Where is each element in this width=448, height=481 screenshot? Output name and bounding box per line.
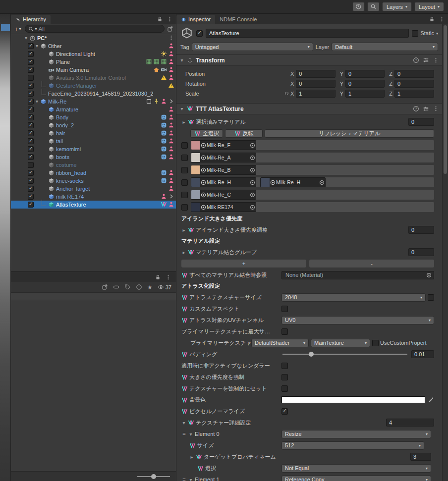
- lock-icon[interactable]: [429, 16, 435, 22]
- checkbox[interactable]: [281, 385, 288, 392]
- number-field[interactable]: 0: [408, 118, 434, 126]
- checkbox[interactable]: [281, 374, 288, 380]
- object-picker-icon[interactable]: [426, 272, 432, 278]
- static-dropdown[interactable]: Static ▾: [412, 30, 438, 37]
- hierarchy-row[interactable]: AtlasTexture: [11, 201, 176, 209]
- zoom-slider-knob[interactable]: [151, 474, 156, 479]
- favorites-icon[interactable]: ★: [147, 284, 153, 290]
- hierarchy-row[interactable]: costume: [11, 161, 176, 169]
- dropdown[interactable]: DefaultShader▾: [251, 339, 309, 347]
- hierarchy-row[interactable]: hair: [11, 129, 176, 137]
- checkbox[interactable]: [281, 306, 288, 312]
- help-icon[interactable]: ?: [413, 57, 419, 63]
- ttt-component-header[interactable]: ▾ TTT AtlasTexture ?: [176, 104, 442, 114]
- label-icon[interactable]: [124, 284, 131, 290]
- lock-icon[interactable]: [157, 16, 163, 22]
- active-toggle[interactable]: [28, 75, 34, 81]
- active-toggle[interactable]: [28, 59, 34, 65]
- package-icon[interactable]: [113, 284, 119, 290]
- lock-icon[interactable]: [155, 274, 161, 280]
- active-toggle[interactable]: [28, 138, 34, 144]
- axis-field[interactable]: 1: [394, 90, 434, 98]
- active-toggle[interactable]: [196, 30, 203, 37]
- foldout-arrow[interactable]: ▾: [179, 57, 184, 63]
- add-button[interactable]: +: [181, 260, 306, 267]
- tab-inspector[interactable]: Inspector: [176, 15, 215, 24]
- kebab-icon[interactable]: [168, 35, 174, 41]
- active-toggle[interactable]: [28, 154, 34, 160]
- foldout-arrow[interactable]: ▾: [179, 106, 184, 111]
- remove-button[interactable]: -: [309, 260, 434, 267]
- checkbox[interactable]: [181, 142, 188, 149]
- transform-header[interactable]: ▾ Transform ?: [176, 55, 442, 66]
- search-button[interactable]: [367, 2, 380, 11]
- material-object-field[interactable]: Milk-Re_H: [191, 177, 256, 187]
- dropdown[interactable]: Reference Copy▾: [281, 476, 431, 481]
- active-toggle[interactable]: [28, 178, 34, 184]
- axis-field[interactable]: 0: [296, 80, 335, 88]
- checkbox[interactable]: [281, 328, 288, 335]
- material-object-field[interactable]: Milk-Re_F: [191, 140, 256, 150]
- static-toggle[interactable]: [412, 30, 418, 37]
- object-picker-icon[interactable]: [249, 155, 256, 161]
- axis-field[interactable]: 1: [345, 90, 385, 98]
- help-icon[interactable]: ?: [413, 106, 419, 112]
- material-row[interactable]: Milk-Re_C: [191, 190, 434, 200]
- presets-icon[interactable]: [423, 106, 429, 112]
- hierarchy-row[interactable]: FaceEmo_20230914_145819_20231030_2: [11, 90, 176, 98]
- tab-hierarchy[interactable]: Hierarchy: [11, 15, 51, 24]
- material-row[interactable]: Milk-Re_HMilk-Re_H: [191, 177, 434, 187]
- hierarchy-row[interactable]: knee-socks: [11, 177, 176, 185]
- layout-dropdown[interactable]: Layout▾: [414, 2, 444, 11]
- eyedropper-icon[interactable]: [428, 397, 434, 403]
- active-toggle[interactable]: [28, 99, 34, 105]
- checkbox[interactable]: [281, 408, 288, 415]
- foldout-arrow[interactable]: ▾: [188, 477, 193, 481]
- slider-knob[interactable]: [309, 352, 314, 357]
- axis-field[interactable]: 0: [296, 70, 335, 78]
- layer-dropdown[interactable]: Default ▾: [332, 43, 438, 51]
- active-toggle[interactable]: [28, 43, 34, 49]
- kebab-menu-icon[interactable]: [439, 16, 445, 22]
- presets-icon[interactable]: [423, 57, 429, 63]
- layers-dropdown[interactable]: Layers▾: [382, 2, 412, 11]
- hierarchy-row[interactable]: Anchor Target: [11, 185, 176, 193]
- tag-dropdown[interactable]: Untagged ▾: [192, 43, 313, 51]
- hierarchy-search-input[interactable]: ▾ All: [25, 25, 165, 33]
- hierarchy-row[interactable]: ribbon_head: [11, 169, 176, 177]
- checkbox[interactable]: [181, 155, 188, 161]
- axis-field[interactable]: 0: [394, 80, 434, 88]
- number-field[interactable]: 0: [408, 226, 434, 234]
- hierarchy-row[interactable]: GestureManager: [11, 82, 176, 90]
- number-field[interactable]: 0: [408, 248, 434, 256]
- hierarchy-row[interactable]: Directional Light: [11, 50, 176, 58]
- object-picker-icon[interactable]: [319, 179, 325, 186]
- hierarchy-row[interactable]: Armature: [11, 106, 176, 113]
- open-prefab-chevron-icon[interactable]: [168, 98, 174, 105]
- foldout-arrow[interactable]: ▾: [181, 420, 186, 426]
- dropdown[interactable]: 512▾: [281, 441, 424, 450]
- material-row[interactable]: Milk-Re_B: [191, 165, 434, 175]
- hierarchy-row[interactable]: Main Camera: [11, 66, 176, 74]
- project-content-area[interactable]: [11, 300, 176, 471]
- active-toggle[interactable]: [28, 67, 34, 73]
- dropdown[interactable]: UV0▾: [281, 316, 434, 324]
- name-field[interactable]: AtlasTexture: [206, 29, 409, 38]
- foldout-arrow[interactable]: ▾: [34, 99, 40, 104]
- axis-field[interactable]: 0: [345, 70, 385, 78]
- active-toggle[interactable]: [28, 114, 34, 120]
- object-picker-icon[interactable]: [249, 167, 256, 173]
- dropdown[interactable]: Not Equal▾: [281, 464, 431, 473]
- visibility-count[interactable]: 37: [158, 284, 171, 290]
- number-field[interactable]: 4: [386, 419, 434, 427]
- drag-handle[interactable]: =: [181, 477, 187, 481]
- material-object-field[interactable]: Milk-Re_A: [191, 153, 256, 162]
- active-toggle[interactable]: [28, 170, 34, 176]
- tab-ndmf-console[interactable]: NDMF Console: [215, 15, 261, 24]
- checkbox[interactable]: [281, 363, 288, 369]
- scrollbar-thumb[interactable]: [444, 25, 447, 174]
- collab-history-button[interactable]: [352, 2, 365, 11]
- active-toggle[interactable]: [28, 83, 34, 89]
- active-toggle[interactable]: [28, 51, 34, 57]
- slider[interactable]: [282, 350, 407, 358]
